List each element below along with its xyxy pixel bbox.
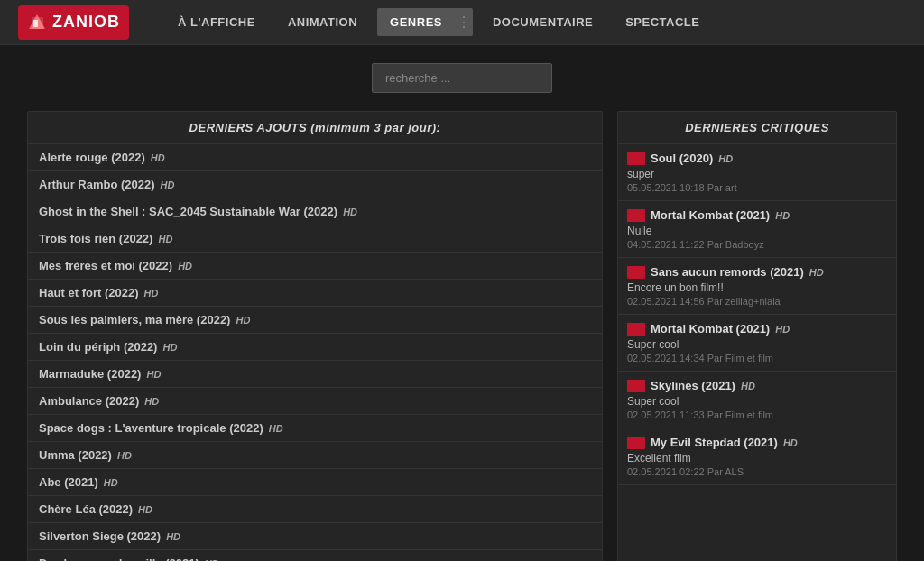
- movie-title: Sous les palmiers, ma mère (2022): [39, 313, 230, 326]
- logo[interactable]: ZANIOB: [18, 5, 129, 40]
- hd-badge: HD: [809, 267, 824, 278]
- critique-item[interactable]: Skylines (2021) HD Super cool 02.05.2021…: [618, 372, 896, 428]
- list-item[interactable]: Alerte rouge (2022) HD: [28, 144, 602, 171]
- list-item[interactable]: Chère Léa (2022) HD: [28, 496, 602, 523]
- critique-text: Nulle: [627, 225, 887, 237]
- movie-title: Arthur Rambo (2022): [39, 178, 155, 191]
- list-item[interactable]: Space dogs : L'aventure tropicale (2022)…: [28, 415, 602, 442]
- critique-movie-name: Mortal Kombat (2021): [651, 208, 770, 222]
- critique-text: Excellent film: [627, 452, 887, 464]
- critique-list: Soul (2020) HD super 05.05.2021 10:18 Pa…: [618, 144, 896, 485]
- movie-title: Abe (2021): [39, 475, 98, 489]
- header: ZANIOB À L'AFFICHE ANIMATION GENRES ⋮ DO…: [0, 0, 924, 45]
- left-panel: DERNIERS AJOUTS (minimum 3 par jour): Al…: [27, 111, 603, 561]
- critique-film-icon: [627, 380, 645, 392]
- last-additions-title: DERNIERS AJOUTS (minimum 3 par jour):: [28, 112, 602, 144]
- critique-movie-name: Soul (2020): [651, 152, 713, 165]
- list-item[interactable]: Marmaduke (2022) HD: [28, 361, 602, 388]
- critique-text: Super cool: [627, 395, 887, 408]
- right-panel: DERNIERES CRITIQUES Soul (2020) HD super…: [617, 111, 897, 561]
- critique-meta: 05.05.2021 10:18 Par art: [627, 182, 887, 193]
- critique-film-icon: [627, 152, 645, 165]
- hd-badge: HD: [104, 477, 118, 488]
- movie-list: Alerte rouge (2022) HD Arthur Rambo (202…: [28, 144, 602, 561]
- critique-film-icon: [627, 437, 645, 449]
- critique-item[interactable]: Mortal Kombat (2021) HD Super cool 02.05…: [618, 315, 896, 372]
- list-item[interactable]: Loin du périph (2022) HD: [28, 334, 602, 361]
- list-item[interactable]: Ambulance (2022) HD: [28, 388, 602, 415]
- critique-meta: 02.05.2021 14:34 Par Film et film: [627, 353, 887, 363]
- critique-movie-header: Mortal Kombat (2021) HD: [627, 208, 887, 222]
- nav-genres-wrapper: GENRES ⋮: [377, 8, 473, 36]
- hd-badge: HD: [775, 324, 790, 335]
- movie-title: Silverton Siege (2022): [39, 529, 161, 543]
- movie-title: Mes frères et moi (2022): [39, 259, 172, 272]
- critique-item[interactable]: Mortal Kombat (2021) HD Nulle 04.05.2021…: [618, 201, 896, 258]
- movie-title: Ambulance (2022): [39, 394, 139, 408]
- critique-item[interactable]: My Evil Stepdad (2021) HD Excellent film…: [618, 428, 896, 485]
- critique-movie-name: Sans aucun remords (2021): [651, 265, 804, 279]
- hd-badge: HD: [117, 450, 132, 461]
- critique-movie-name: Mortal Kombat (2021): [651, 322, 770, 336]
- movie-title: Trois fois rien (2022): [39, 232, 152, 245]
- hd-badge: HD: [718, 153, 733, 164]
- critique-meta: 02.05.2021 02:22 Par ALS: [627, 466, 887, 477]
- list-item[interactable]: Des hommes de paille (2021) HD: [28, 550, 602, 561]
- nav-item-spectacle[interactable]: SPECTACLE: [613, 8, 712, 36]
- hd-badge: HD: [138, 504, 152, 515]
- nav-item-genres[interactable]: GENRES: [377, 8, 455, 36]
- critique-film-icon: [627, 209, 645, 222]
- critique-text: Super cool: [627, 338, 887, 351]
- genres-separator: ⋮: [455, 14, 473, 31]
- hd-badge: HD: [158, 234, 172, 244]
- list-item[interactable]: Haut et fort (2022) HD: [28, 280, 602, 307]
- movie-title: Ghost in the Shell : SAC_2045 Sustainabl…: [39, 205, 337, 218]
- last-critiques-title: DERNIERES CRITIQUES: [618, 112, 896, 144]
- critique-movie-header: Sans aucun remords (2021) HD: [627, 265, 887, 279]
- list-item[interactable]: Arthur Rambo (2022) HD: [28, 171, 602, 198]
- list-item[interactable]: Abe (2021) HD: [28, 469, 602, 496]
- search-input[interactable]: [372, 63, 552, 93]
- critique-movie-header: Soul (2020) HD: [627, 152, 887, 165]
- list-item[interactable]: Sous les palmiers, ma mère (2022) HD: [28, 307, 602, 334]
- hd-badge: HD: [236, 315, 250, 326]
- critique-text: super: [627, 168, 887, 180]
- movie-title: Space dogs : L'aventure tropicale (2022): [39, 421, 263, 435]
- list-item[interactable]: Silverton Siege (2022) HD: [28, 523, 602, 550]
- search-section: [0, 45, 924, 102]
- list-item[interactable]: Umma (2022) HD: [28, 442, 602, 469]
- critique-movie-header: My Evil Stepdad (2021) HD: [627, 436, 887, 449]
- list-item[interactable]: Trois fois rien (2022) HD: [28, 225, 602, 253]
- hd-badge: HD: [741, 381, 755, 391]
- hd-badge: HD: [162, 342, 177, 353]
- critique-item[interactable]: Sans aucun remords (2021) HD Encore un b…: [618, 258, 896, 315]
- critique-movie-header: Skylines (2021) HD: [627, 379, 887, 392]
- hd-badge: HD: [161, 179, 175, 190]
- movie-title: Chère Léa (2022): [39, 502, 133, 516]
- critique-film-icon: [627, 323, 645, 336]
- svg-rect-2: [33, 20, 38, 27]
- hd-badge: HD: [775, 210, 790, 221]
- nav-item-documentaire[interactable]: DOCUMENTAIRE: [480, 8, 605, 36]
- hd-badge: HD: [205, 558, 219, 562]
- nav-item-affiche[interactable]: À L'AFFICHE: [165, 8, 268, 36]
- nav-item-animation[interactable]: ANIMATION: [275, 8, 370, 36]
- movie-title: Loin du périph (2022): [39, 340, 157, 354]
- logo-icon: [27, 13, 47, 32]
- list-item[interactable]: Ghost in the Shell : SAC_2045 Sustainabl…: [28, 198, 602, 225]
- movie-title: Marmaduke (2022): [39, 367, 141, 381]
- critique-film-icon: [627, 266, 645, 279]
- hd-badge: HD: [166, 531, 180, 542]
- hd-badge: HD: [343, 207, 357, 217]
- hd-badge: HD: [783, 437, 798, 448]
- list-item[interactable]: Mes frères et moi (2022) HD: [28, 253, 602, 280]
- hd-badge: HD: [151, 152, 165, 163]
- critique-text: Encore un bon film!!: [627, 281, 887, 294]
- hd-badge: HD: [178, 261, 192, 271]
- critique-item[interactable]: Soul (2020) HD super 05.05.2021 10:18 Pa…: [618, 144, 896, 201]
- critique-meta: 02.05.2021 14:56 Par zeillag+niala: [627, 296, 887, 307]
- movie-title: Alerte rouge (2022): [39, 151, 145, 164]
- critique-movie-name: Skylines (2021): [651, 379, 735, 392]
- movie-title: Des hommes de paille (2021): [39, 556, 199, 561]
- hd-badge: HD: [146, 369, 161, 380]
